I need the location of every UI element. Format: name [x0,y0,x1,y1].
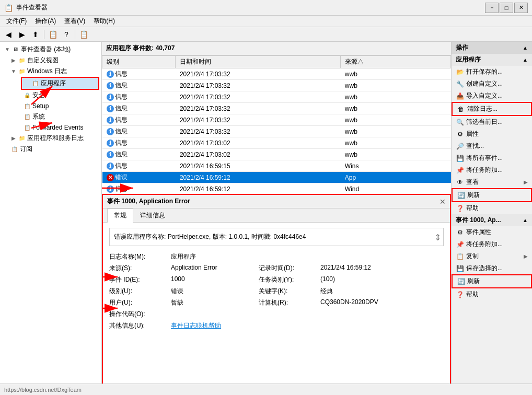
action-import-custom[interactable]: 📥 导入自定义... [452,90,532,102]
minimize-button[interactable]: － [485,3,499,13]
sidebar-item-root[interactable]: ▼ 🖥 事件查看器 (本地) [2,44,101,55]
cell-source: Wind [341,183,451,194]
col-header-source[interactable]: 来源△ [341,56,451,68]
table-row[interactable]: ℹ信息2021/2/4 16:59:12Wind [102,183,451,194]
event-section-toggle[interactable]: ▲ [523,217,528,223]
col-header-datetime[interactable]: 日期和时间 [176,56,341,68]
action-event-refresh[interactable]: 🔄 刷新 [452,274,532,288]
action-attach-task-label: 将任务附加... [466,166,503,175]
actions-toggle[interactable]: ▲ [523,45,528,51]
action-save-selected[interactable]: 💾 保存选择的... [452,262,532,274]
copy-submenu-arrow: ▶ [524,253,528,259]
empty-3 [259,310,316,319]
action-event-attach-task[interactable]: 📌 将任务附加... [452,238,532,250]
action-copy[interactable]: 📋 复制 ▶ [452,250,532,262]
action-find-label: 查找... [466,142,484,150]
table-row[interactable]: ℹ信息2021/2/4 16:59:15Wins [102,160,451,172]
more-info-label: 其他信息(U): [109,321,167,330]
sidebar-item-application[interactable]: 📋 应用程序 [22,78,98,89]
detail-close-button[interactable]: ✕ [440,197,446,206]
col-header-level[interactable]: 级别 [102,56,176,68]
main-container: ▼ 🖥 事件查看器 (本地) ▶ 📁 自定义视图 ▼ 📁 Windows 日志 [0,42,532,395]
source-label: 来源(S): [109,264,167,273]
action-save-all[interactable]: 💾 将所有事件... [452,152,532,164]
sidebar-item-custom-views[interactable]: ▶ 📁 自定义视图 [8,55,101,66]
action-create-custom[interactable]: 🔧 创建自定义... [452,78,532,90]
sidebar-item-setup[interactable]: 📋 Setup [21,101,101,111]
help-button[interactable]: ? [60,29,73,40]
action-properties[interactable]: ⚙ 属性 [452,128,532,140]
action-filter-label: 筛选当前日... [466,118,503,126]
menu-view[interactable]: 查看(V) [60,16,89,27]
menu-help[interactable]: 帮助(H) [89,16,119,27]
sidebar-item-windows-log[interactable]: ▼ 📁 Windows 日志 [8,66,101,77]
tab-general[interactable]: 常规 [107,208,133,223]
more-info-value: 事件日志联机帮助 [171,321,255,330]
toolbar-separator-2 [75,30,75,39]
event-id-label: 事件 ID(E): [109,275,167,284]
menu-action[interactable]: 操作(A) [31,16,60,27]
action-clear-log[interactable]: 🗑 清除日志... [452,102,532,116]
sidebar-item-system[interactable]: 📋 系统 [21,111,101,122]
action-view[interactable]: 👁 查看 ▶ [452,176,532,188]
action-filter[interactable]: 🔍 筛选当前日... [452,116,532,128]
info-icon: ℹ [107,105,114,112]
action-open-saved[interactable]: 📂 打开保存的... [452,66,532,78]
action-save-all-label: 将所有事件... [466,154,503,162]
action-event-properties[interactable]: ⚙ 事件属性 [452,226,532,238]
sidebar-custom-views-label: 自定义视图 [27,56,59,65]
scroll-indicator: ⇕ [434,232,441,242]
app-section-toggle[interactable]: ▲ [523,57,528,63]
cell-level: ℹ信息 [102,68,176,80]
action-help[interactable]: ❓ 帮助 [452,202,532,214]
menu-file[interactable]: 文件(F) [2,16,31,27]
event-table-scroll[interactable]: 级别 日期和时间 来源△ ℹ信息2021/2/4 17:03:32wwbℹ信息2… [102,55,451,194]
find-icon: 🔎 [456,142,464,150]
action-clear-log-label: 清除日志... [467,104,498,113]
sidebar-item-app-service[interactable]: ▶ 📁 应用程序和服务日志 [8,133,101,144]
maximize-button[interactable]: □ [500,3,513,13]
table-row[interactable]: ℹ信息2021/2/4 17:03:32wwb [102,80,451,91]
tab-detail[interactable]: 详细信息 [133,208,172,222]
table-row[interactable]: ℹ信息2021/2/4 17:03:32wwb [102,68,451,80]
cell-source: wwb [341,126,451,137]
cell-datetime: 2021/2/4 17:03:32 [176,114,341,126]
table-row[interactable]: ℹ信息2021/2/4 17:03:32wwb [102,126,451,137]
table-row[interactable]: ℹ信息2021/2/4 17:03:02wwb [102,149,451,160]
cell-level: ℹ信息 [102,103,176,114]
table-row[interactable]: ℹ信息2021/2/4 17:03:32wwb [102,114,451,126]
info-icon: ℹ [107,82,114,89]
menu-bar: 文件(F) 操作(A) 查看(V) 帮助(H) [0,16,532,27]
table-row[interactable]: ℹ信息2021/2/4 17:03:02wwb [102,137,451,149]
action-find[interactable]: 🔎 查找... [452,140,532,152]
sidebar-item-forwarded[interactable]: 📋 Forwarded Events [21,122,101,133]
expand-icon-cv: ▶ [10,57,17,64]
up-button[interactable]: ⬆ [29,29,42,40]
detail-tabs: 常规 详细信息 [103,208,450,223]
action-attach-task[interactable]: 📌 将任务附加... [452,164,532,176]
table-row[interactable]: ℹ信息2021/2/4 17:03:32wwb [102,103,451,114]
action-event-help[interactable]: ❓ 帮助 [452,288,532,300]
detail-header: 事件 1000, Application Error ✕ [103,195,450,208]
sidebar-item-subscription[interactable]: 📋 订阅 [8,144,101,155]
close-button[interactable]: ✕ [514,3,528,13]
table-row[interactable]: ✕错误2021/2/4 16:59:12App [102,172,451,183]
keyword-value: 经典 [320,287,444,296]
show-hide-button[interactable]: 📋 [47,29,59,40]
toolbar: ◀ ▶ ⬆ 📋 ? 📋 [0,27,532,42]
forward-button[interactable]: ▶ [16,29,28,40]
computer-value: CQ360DN-2020DPV [320,298,444,307]
sidebar-application-label: 应用程序 [41,79,66,88]
sidebar-item-security[interactable]: 🔒 安全 [21,90,101,101]
back-button[interactable]: ◀ [2,29,15,40]
cell-datetime: 2021/2/4 17:03:02 [176,149,341,160]
detail-title: 事件 1000, Application Error [107,197,190,206]
properties-button[interactable]: 📋 [77,29,90,40]
table-row[interactable]: ℹ信息2021/2/4 17:03:32wwb [102,91,451,103]
cell-datetime: 2021/2/4 17:03:32 [176,103,341,114]
expand-icon: ▼ [4,47,10,53]
action-refresh[interactable]: 🔄 刷新 [452,188,532,202]
properties-action-icon: ⚙ [456,130,464,138]
detail-highlighted-area: 事件 1000, Application Error ✕ 常规 详细信息 错误应… [102,194,451,395]
cell-datetime: 2021/2/4 16:59:12 [176,183,341,194]
